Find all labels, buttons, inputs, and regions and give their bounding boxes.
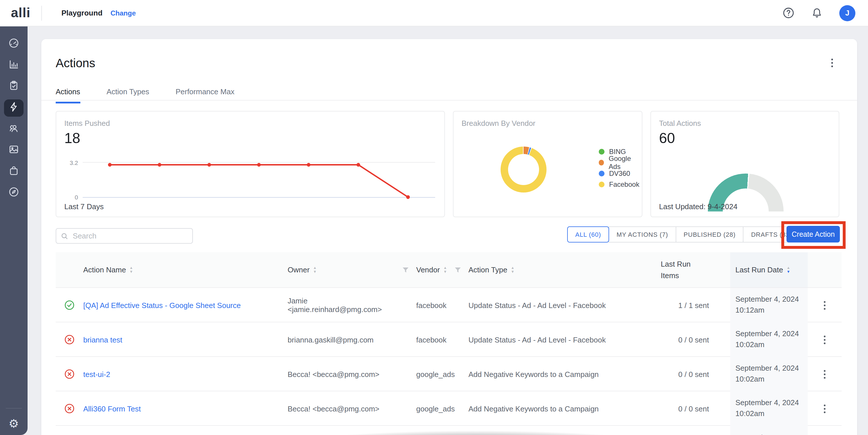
search-input[interactable] bbox=[72, 231, 188, 241]
last-run-date-cell: September 4, 202410:02am bbox=[730, 357, 808, 391]
alli-logo[interactable]: alli bbox=[0, 5, 41, 21]
panel-kebab-menu-icon[interactable] bbox=[829, 56, 835, 69]
owner-cell: Jamie <jamie.reinhard@pmg.com> bbox=[288, 296, 402, 314]
sort-icon[interactable]: ▲▼ bbox=[313, 266, 317, 274]
shopping-bag-icon bbox=[8, 165, 20, 179]
topbar-divider bbox=[41, 5, 42, 20]
tab-actions[interactable]: Actions bbox=[56, 87, 80, 102]
workspace-name: Playground bbox=[61, 9, 102, 17]
bar-chart-icon bbox=[8, 59, 20, 72]
vendor-legend: BING Google Ads DV360 Facebook bbox=[599, 148, 642, 187]
total-actions-title: Total Actions bbox=[659, 119, 701, 127]
sort-icon[interactable]: ▲▼ bbox=[443, 266, 447, 274]
sort-icon-active[interactable]: ▲▼ bbox=[786, 266, 790, 274]
sidebar-divider bbox=[6, 408, 22, 409]
action-type-cell: Add Negative Keywords to a Campaign bbox=[468, 370, 661, 378]
y-tick-bottom: 0 bbox=[64, 194, 78, 201]
sidebar-item-commerce[interactable] bbox=[4, 163, 24, 180]
sidebar-item-dashboard[interactable] bbox=[4, 36, 24, 53]
filter-chip-group: ALL (60) MY ACTIONS (7) PUBLISHED (28) D… bbox=[567, 226, 800, 242]
vendor-breakdown-title: Breakdown By Vendor bbox=[462, 119, 535, 127]
filter-chip-my-actions[interactable]: MY ACTIONS (7) bbox=[609, 226, 676, 242]
status-error-icon bbox=[56, 403, 83, 414]
tab-performance-max[interactable]: Performance Max bbox=[176, 87, 235, 102]
column-header-last-run-date[interactable]: Last Run Date▲▼ bbox=[730, 252, 808, 287]
sidebar-item-explore[interactable] bbox=[4, 184, 24, 202]
total-actions-value: 60 bbox=[659, 130, 675, 147]
column-header-action-type[interactable]: Action Type▲▼ bbox=[468, 265, 661, 274]
sidebar-item-tasks[interactable] bbox=[4, 78, 24, 95]
action-name-cell: Alli360 Form Test bbox=[83, 404, 288, 413]
vendor-cell: facebook bbox=[416, 335, 455, 344]
total-actions-footer: Last Updated: 9-4-2024 bbox=[659, 202, 737, 211]
legend-item-google-ads: Google Ads bbox=[599, 159, 642, 166]
vendor-cell: google_ads bbox=[416, 370, 455, 378]
owner-cell: Becca! <becca@pmg.com> bbox=[288, 404, 402, 413]
items-pushed-card: Items Pushed 18 3.2 0 Last 7 Days bbox=[56, 111, 445, 217]
facebook-color-dot bbox=[599, 181, 604, 187]
sort-icon[interactable]: ▲▼ bbox=[129, 266, 133, 274]
sort-icon[interactable]: ▲▼ bbox=[510, 266, 515, 274]
sidebar-nav: ⚙ bbox=[0, 26, 28, 435]
vendor-filter-funnel-icon[interactable] bbox=[455, 267, 468, 273]
owner-filter-funnel-icon[interactable] bbox=[402, 267, 416, 273]
last-run-items-cell: 0 / 0 sent bbox=[661, 404, 730, 413]
line-series bbox=[83, 162, 435, 198]
topbar-actions: J bbox=[782, 5, 856, 21]
action-name-link[interactable]: [QA] Ad Effective Status - Google Sheet … bbox=[83, 301, 241, 310]
column-header-owner[interactable]: Owner▲▼ bbox=[288, 265, 402, 274]
bing-color-dot bbox=[599, 149, 604, 154]
top-bar: alli Playground Change J bbox=[0, 0, 868, 26]
last-run-items-cell: 0 / 0 sent bbox=[661, 335, 730, 344]
sidebar-item-reports[interactable] bbox=[4, 57, 24, 74]
filter-chip-published[interactable]: PUBLISHED (28) bbox=[675, 226, 743, 242]
sidebar-item-actions[interactable] bbox=[4, 99, 24, 117]
action-name-cell: [QA] Ad Effective Status - Google Sheet … bbox=[83, 301, 288, 310]
table-row[interactable]: Alli360 Form Test Becca! <becca@pmg.com>… bbox=[56, 391, 842, 425]
help-icon[interactable] bbox=[782, 7, 795, 19]
last-run-date-cell: September 4, 202410:02am bbox=[730, 322, 808, 357]
row-kebab-menu-icon[interactable] bbox=[821, 402, 828, 415]
change-workspace-link[interactable]: Change bbox=[111, 9, 136, 17]
vendor-cell: google_ads bbox=[416, 404, 455, 413]
row-kebab-menu-icon[interactable] bbox=[821, 298, 828, 312]
y-tick-top: 3.2 bbox=[64, 159, 78, 166]
sidebar-item-audiences[interactable] bbox=[4, 121, 24, 138]
last-run-date-cell: September 4, 202410:12am bbox=[730, 288, 808, 322]
actions-table: Action Name▲▼ Owner▲▼ Vendor▲▼ Action Ty… bbox=[56, 252, 842, 435]
action-name-link[interactable]: brianna test bbox=[83, 335, 122, 344]
table-row[interactable]: brianna test brianna.gaskill@pmg.com fac… bbox=[56, 322, 842, 356]
compass-icon bbox=[8, 186, 20, 200]
actions-panel: Actions Actions Action Types Performance… bbox=[41, 39, 857, 435]
settings-gear-icon[interactable]: ⚙ bbox=[0, 418, 28, 429]
row-kebab-menu-icon[interactable] bbox=[821, 333, 828, 346]
users-icon bbox=[8, 122, 20, 136]
action-name-link[interactable]: Alli360 Form Test bbox=[83, 404, 141, 413]
sidebar-item-creative[interactable] bbox=[4, 142, 24, 159]
table-row[interactable]: [QA] Ad Effective Status - Google Sheet … bbox=[56, 287, 842, 322]
row-kebab-menu-icon[interactable] bbox=[821, 368, 828, 381]
notifications-bell-icon[interactable] bbox=[811, 7, 823, 19]
column-header-action-name[interactable]: Action Name▲▼ bbox=[83, 265, 288, 274]
tab-action-types[interactable]: Action Types bbox=[106, 87, 149, 102]
last-run-date-cell: September 4, 202410:02am bbox=[730, 391, 808, 426]
items-pushed-line-chart: 3.2 0 bbox=[64, 162, 435, 198]
action-name-cell: brianna test bbox=[83, 335, 288, 344]
stats-row: Items Pushed 18 3.2 0 Last 7 Days Breakd… bbox=[56, 111, 839, 217]
table-row-partial[interactable]: September 4, 2024 bbox=[56, 425, 842, 435]
tab-bar: Actions Action Types Performance Max bbox=[56, 87, 235, 102]
legend-item-dv360: DV360 bbox=[599, 170, 642, 176]
app-viewport: alli Playground Change J bbox=[0, 0, 868, 435]
vendor-cell: facebook bbox=[416, 301, 455, 310]
tabs-divider bbox=[41, 100, 857, 100]
action-type-cell: Update Status - Ad - Ad Level - Facebook bbox=[468, 335, 661, 344]
table-row[interactable]: test-ui-2 Becca! <becca@pmg.com> google_… bbox=[56, 356, 842, 391]
filter-chip-all[interactable]: ALL (60) bbox=[567, 226, 609, 242]
user-avatar[interactable]: J bbox=[839, 5, 856, 21]
create-action-button[interactable]: Create Action bbox=[786, 226, 840, 242]
column-header-vendor[interactable]: Vendor▲▼ bbox=[416, 265, 455, 274]
action-name-link[interactable]: test-ui-2 bbox=[83, 370, 110, 378]
last-run-date-cell: September 4, 2024 bbox=[730, 426, 808, 435]
items-pushed-footer: Last 7 Days bbox=[64, 202, 104, 211]
items-pushed-value: 18 bbox=[64, 130, 81, 147]
